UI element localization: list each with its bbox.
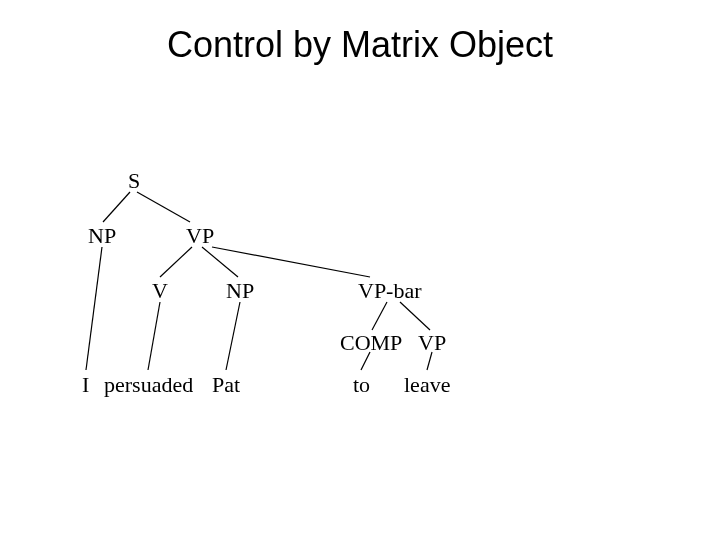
node-S: S — [128, 168, 140, 194]
node-VP: VP — [186, 223, 214, 249]
node-NP-object: NP — [226, 278, 254, 304]
word-I: I — [82, 372, 89, 398]
diagram-stage: Control by Matrix Object S NP VP V NP VP… — [0, 0, 720, 540]
svg-line-0 — [103, 192, 130, 222]
svg-line-2 — [160, 247, 192, 277]
svg-line-1 — [137, 192, 190, 222]
svg-line-4 — [212, 247, 370, 277]
svg-line-9 — [226, 302, 240, 370]
svg-line-8 — [148, 302, 160, 370]
node-NP-subject: NP — [88, 223, 116, 249]
node-VP-inner: VP — [418, 330, 446, 356]
tree-edges — [0, 0, 720, 540]
svg-line-7 — [86, 247, 102, 370]
svg-line-6 — [400, 302, 430, 330]
word-Pat: Pat — [212, 372, 240, 398]
node-COMP: COMP — [340, 330, 402, 356]
word-persuaded: persuaded — [104, 372, 193, 398]
word-leave: leave — [404, 372, 450, 398]
node-V: V — [152, 278, 168, 304]
word-to: to — [353, 372, 370, 398]
svg-line-5 — [372, 302, 387, 330]
node-VP-bar: VP-bar — [358, 278, 422, 304]
